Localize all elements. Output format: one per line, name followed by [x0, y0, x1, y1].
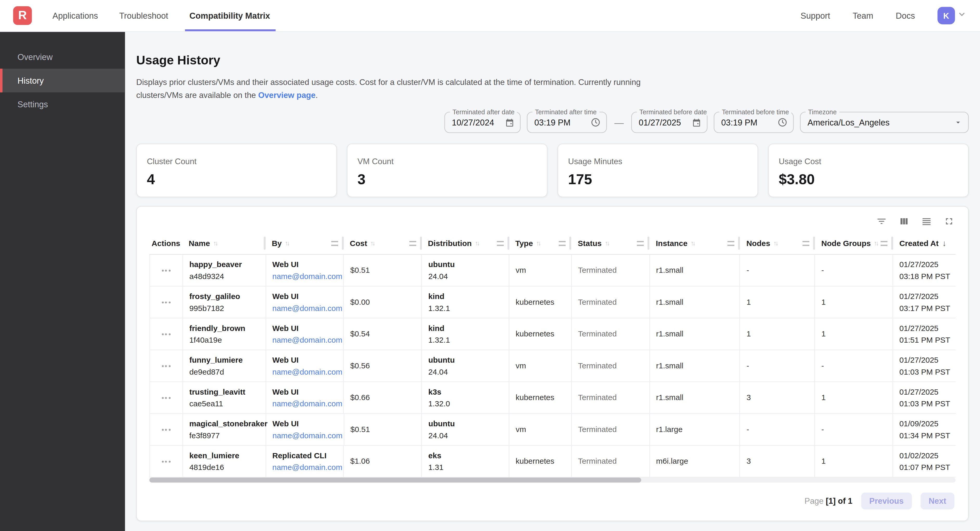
nav-link-docs[interactable]: Docs: [896, 11, 915, 20]
usage-cost-value: $3.80: [779, 171, 958, 188]
column-menu-icon[interactable]: [803, 241, 810, 246]
row-actions-button[interactable]: [159, 394, 173, 401]
terminated-before-time-field[interactable]: Terminated before time 03:19 PM: [714, 112, 794, 133]
column-header-distribution[interactable]: Distribution ↑↓: [422, 232, 509, 254]
tab-troubleshoot[interactable]: Troubleshoot: [119, 0, 168, 31]
instance-cell: r1.small: [650, 350, 740, 381]
distribution-version: 24.04: [428, 367, 509, 376]
column-header-created-at[interactable]: Created At ↓: [893, 232, 956, 254]
row-actions-button[interactable]: [159, 458, 173, 465]
cluster-id: fe3f8977: [189, 431, 266, 440]
row-actions-button[interactable]: [159, 267, 173, 274]
status-cell: Terminated: [572, 287, 650, 318]
column-separator[interactable]: [507, 237, 509, 250]
summary-cards: Cluster Count 4 VM Count 3 Usage Minutes…: [136, 144, 969, 197]
nav-link-support[interactable]: Support: [800, 11, 830, 20]
dropdown-arrow-icon[interactable]: [954, 118, 963, 127]
column-menu-icon[interactable]: [637, 241, 644, 246]
column-separator[interactable]: [738, 237, 740, 250]
column-header-nodes[interactable]: Nodes ↑↓: [740, 232, 815, 254]
row-actions-button[interactable]: [159, 331, 173, 338]
clock-icon[interactable]: [777, 117, 787, 127]
column-menu-icon[interactable]: [496, 241, 503, 246]
cost-cell: $0.51: [344, 414, 422, 445]
fullscreen-icon[interactable]: [944, 216, 955, 227]
column-header-by[interactable]: By ↑↓: [266, 232, 344, 254]
clock-icon[interactable]: [591, 117, 601, 127]
column-menu-icon[interactable]: [409, 241, 416, 246]
column-separator[interactable]: [264, 237, 266, 250]
cost-cell: $1.06: [344, 446, 422, 477]
distribution-cell: k3s 1.32.0: [422, 382, 509, 413]
email-link[interactable]: name@domain.com: [272, 367, 343, 376]
sort-icon: ↑↓: [690, 240, 694, 247]
row-actions-button[interactable]: [159, 299, 173, 306]
email-link[interactable]: name@domain.com: [272, 399, 343, 408]
column-menu-icon[interactable]: [331, 241, 338, 246]
tab-applications[interactable]: Applications: [52, 0, 98, 31]
distribution-version: 1.32.1: [428, 336, 509, 344]
replicated-logo[interactable]: R: [13, 6, 32, 25]
status-cell: Terminated: [572, 382, 650, 413]
email-link[interactable]: name@domain.com: [272, 336, 343, 344]
email-link[interactable]: name@domain.com: [272, 463, 343, 472]
terminated-before-date-value: 01/27/2025: [639, 118, 687, 127]
name-cell: friendly_brown 1f40a19e: [183, 319, 266, 350]
avatar[interactable]: K: [938, 7, 955, 24]
horizontal-scrollbar-thumb[interactable]: [149, 478, 641, 483]
cluster-id: de9ed87d: [189, 367, 266, 376]
previous-button[interactable]: Previous: [861, 493, 912, 509]
overview-page-link[interactable]: Overview page: [258, 91, 316, 100]
sidebar-item-history[interactable]: History: [0, 68, 125, 92]
column-separator[interactable]: [891, 237, 893, 250]
row-actions-button[interactable]: [159, 426, 173, 433]
column-separator[interactable]: [342, 237, 344, 250]
column-menu-icon[interactable]: [728, 241, 735, 246]
data-grid: Actions Name ↑↓ By ↑↓: [149, 232, 956, 477]
sidebar-item-overview[interactable]: Overview: [0, 45, 125, 68]
tab-compatibility-matrix[interactable]: Compatibility Matrix: [189, 0, 270, 31]
columns-icon[interactable]: [899, 216, 910, 227]
cluster-id: 4819de16: [189, 463, 266, 472]
terminated-after-date-field[interactable]: Terminated after date 10/27/2024: [444, 112, 521, 133]
column-header-instance[interactable]: Instance ↑↓: [649, 232, 740, 254]
row-actions-button[interactable]: [159, 362, 173, 369]
next-button[interactable]: Next: [920, 493, 954, 509]
chevron-down-icon: [958, 10, 966, 21]
status-badge: Terminated: [578, 457, 649, 466]
column-menu-icon[interactable]: [881, 241, 888, 246]
column-separator[interactable]: [648, 237, 649, 250]
account-menu[interactable]: K: [938, 7, 966, 24]
column-separator[interactable]: [420, 237, 422, 250]
email-link[interactable]: name@domain.com: [272, 304, 343, 312]
column-header-cost[interactable]: Cost ↑↓: [344, 232, 422, 254]
column-menu-icon[interactable]: [559, 241, 566, 246]
timezone-select[interactable]: Timezone America/Los_Angeles: [800, 112, 969, 133]
created-by-source: Web UI: [272, 419, 343, 428]
distribution-cell: ubuntu 24.04: [422, 255, 509, 286]
filter-icon[interactable]: [876, 216, 887, 227]
density-icon[interactable]: [921, 216, 932, 227]
terminated-before-date-field[interactable]: Terminated before date 01/27/2025: [631, 112, 708, 133]
column-header-type[interactable]: Type ↑↓: [509, 232, 571, 254]
column-header-name[interactable]: Name ↑↓: [183, 232, 266, 254]
cost-cell: $0.56: [344, 350, 422, 381]
column-header-status[interactable]: Status ↑↓: [571, 232, 649, 254]
column-separator[interactable]: [570, 237, 571, 250]
nav-link-team[interactable]: Team: [853, 11, 873, 20]
type-cell: kubernetes: [509, 382, 572, 413]
email-link[interactable]: name@domain.com: [272, 272, 343, 281]
name-cell: happy_beaver a48d9324: [183, 255, 266, 286]
calendar-icon[interactable]: [692, 118, 701, 127]
sidebar-item-settings[interactable]: Settings: [0, 92, 125, 116]
column-separator[interactable]: [813, 237, 815, 250]
cluster-name: friendly_brown: [189, 324, 266, 333]
column-header-node-groups[interactable]: Node Groups ↑↓: [815, 232, 893, 254]
terminated-after-time-field[interactable]: Terminated after time 03:19 PM: [527, 112, 607, 133]
email-link[interactable]: name@domain.com: [272, 431, 343, 440]
by-cell: Web UI name@domain.com: [266, 414, 344, 445]
created-at-cell: 01/27/2025 03:17 PM PST: [893, 287, 956, 318]
calendar-icon[interactable]: [505, 118, 514, 127]
primary-tabs: Applications Troubleshoot Compatibility …: [52, 0, 270, 31]
created-at-cell: 01/27/2025 01:03 PM PST: [893, 382, 956, 413]
